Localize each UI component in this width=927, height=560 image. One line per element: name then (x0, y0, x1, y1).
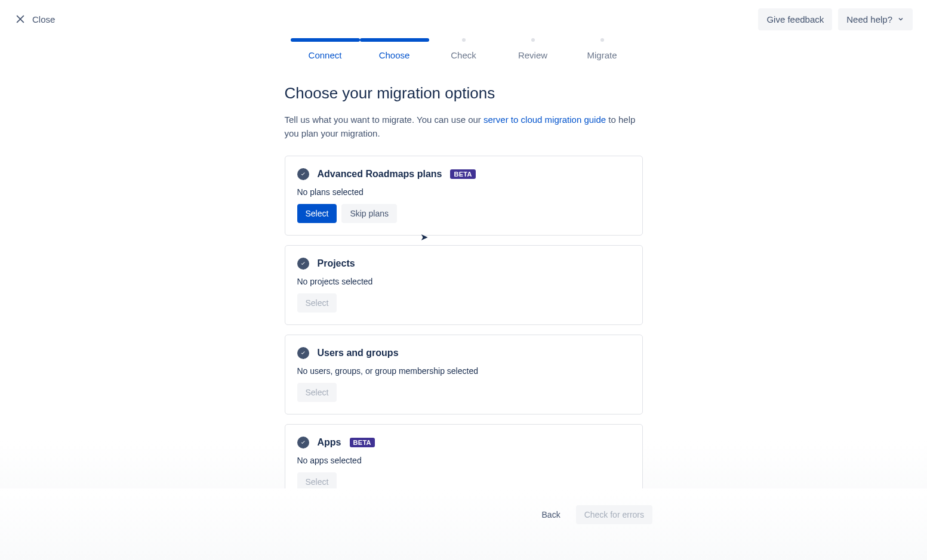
page-title: Choose your migration options (285, 84, 643, 103)
step-label: Choose (379, 50, 410, 60)
step-label: Review (518, 50, 547, 60)
card-status: No users, groups, or group membership se… (297, 366, 630, 376)
step-migrate: Migrate (568, 38, 637, 60)
step-connect[interactable]: Connect (291, 38, 360, 60)
beta-badge: BETA (450, 169, 475, 179)
card-title: Projects (318, 258, 355, 269)
select-projects-button: Select (297, 293, 337, 313)
card-title: Apps (318, 437, 341, 448)
page-description: Tell us what you want to migrate. You ca… (285, 113, 643, 140)
card-users: Users and groups No users, groups, or gr… (285, 335, 643, 414)
step-label: Migrate (587, 50, 617, 60)
give-feedback-button[interactable]: Give feedback (758, 8, 832, 30)
chevron-down-icon (897, 16, 904, 23)
card-title: Advanced Roadmaps plans (318, 169, 442, 180)
need-help-button[interactable]: Need help? (838, 8, 913, 30)
step-choose[interactable]: Choose (360, 38, 429, 60)
card-status: No projects selected (297, 277, 630, 286)
step-bar (462, 38, 466, 42)
card-roadmaps: Advanced Roadmaps plans BETA No plans se… (285, 156, 643, 236)
check-icon (297, 168, 309, 180)
card-projects: Projects No projects selected Select (285, 245, 643, 325)
card-status: No plans selected (297, 187, 630, 197)
step-review: Review (498, 38, 568, 60)
card-status: No apps selected (297, 456, 630, 465)
check-errors-button: Check for errors (576, 505, 652, 524)
select-users-button: Select (297, 383, 337, 402)
check-icon (297, 437, 309, 448)
skip-plans-button[interactable]: Skip plans (341, 204, 397, 223)
step-label: Check (451, 50, 476, 60)
migration-guide-link[interactable]: server to cloud migration guide (483, 115, 606, 125)
card-title: Users and groups (318, 348, 399, 358)
check-icon (297, 347, 309, 359)
desc-text-1: Tell us what you want to migrate. You ca… (285, 115, 484, 125)
close-icon (14, 13, 26, 25)
back-button[interactable]: Back (534, 505, 569, 524)
step-bar (291, 38, 360, 42)
step-check: Check (429, 38, 498, 60)
step-label: Connect (309, 50, 342, 60)
step-bar (360, 38, 429, 42)
stepper: Connect Choose Check Review Migrate (285, 38, 643, 60)
need-help-label: Need help? (846, 14, 892, 24)
give-feedback-label: Give feedback (766, 14, 824, 24)
step-bar (600, 38, 604, 42)
beta-badge: BETA (350, 438, 375, 447)
close-button[interactable]: Close (14, 13, 55, 25)
check-icon (297, 258, 309, 270)
footer: Back Check for errors (0, 488, 927, 560)
step-bar (531, 38, 535, 42)
select-roadmaps-button[interactable]: Select (297, 204, 337, 223)
close-label: Close (32, 14, 55, 24)
